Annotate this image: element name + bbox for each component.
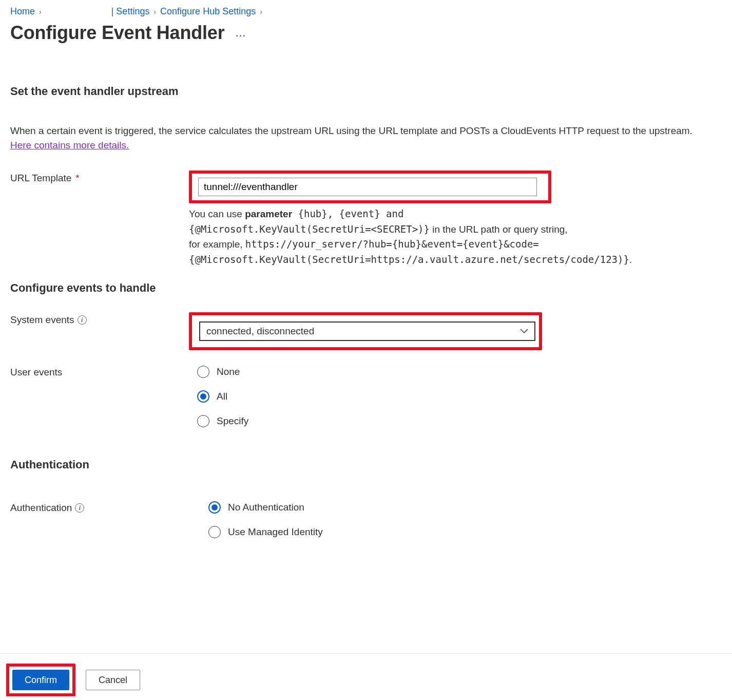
user-events-none[interactable]: None bbox=[197, 366, 722, 378]
help-text: . bbox=[629, 254, 632, 265]
radio-label: No Authentication bbox=[228, 502, 304, 513]
cancel-button[interactable]: Cancel bbox=[86, 670, 140, 690]
section-heading-auth: Authentication bbox=[10, 458, 722, 471]
radio-icon bbox=[197, 366, 209, 378]
user-events-all[interactable]: All bbox=[197, 390, 722, 403]
radio-icon bbox=[197, 415, 209, 427]
radio-label: Use Managed Identity bbox=[228, 526, 323, 538]
chevron-right-icon: › bbox=[39, 8, 42, 16]
confirm-button[interactable]: Confirm bbox=[12, 670, 69, 690]
chevron-down-icon bbox=[520, 327, 528, 336]
radio-label: All bbox=[217, 391, 227, 402]
info-icon[interactable]: i bbox=[78, 315, 87, 325]
breadcrumb-settings[interactable]: | Settings bbox=[111, 6, 150, 17]
breadcrumb: Home › | Settings › Configure Hub Settin… bbox=[10, 6, 722, 17]
url-template-label: URL Template bbox=[10, 173, 71, 184]
more-details-link[interactable]: Here contains more details. bbox=[10, 140, 129, 150]
info-icon[interactable]: i bbox=[75, 503, 84, 513]
url-template-input[interactable] bbox=[198, 178, 537, 196]
footer-divider bbox=[0, 653, 732, 654]
chevron-right-icon: › bbox=[260, 8, 262, 16]
radio-icon bbox=[208, 526, 221, 538]
breadcrumb-configure-hub[interactable]: Configure Hub Settings bbox=[160, 6, 256, 17]
section-heading-events: Configure events to handle bbox=[10, 281, 722, 295]
help-text-mono: {hub}, {event} and bbox=[292, 208, 403, 219]
highlight-confirm: Confirm bbox=[6, 664, 75, 696]
upstream-description: When a certain event is triggered, the s… bbox=[10, 124, 703, 152]
highlight-system-events: connected, disconnected bbox=[189, 312, 542, 350]
authentication-label: Authentication bbox=[10, 502, 72, 514]
url-template-help: You can use parameter {hub}, {event} and… bbox=[189, 206, 722, 267]
help-text-mono: {@Microsoft.KeyVault(SecretUri=<SECRET>)… bbox=[189, 223, 430, 235]
help-text-mono: {@Microsoft.KeyVault(SecretUri=https://a… bbox=[189, 254, 629, 265]
auth-radio-group: No Authentication Use Managed Identity bbox=[208, 501, 722, 538]
radio-icon bbox=[208, 501, 221, 514]
auth-managed-identity[interactable]: Use Managed Identity bbox=[208, 526, 722, 538]
help-text: in the URL path or query string, bbox=[430, 224, 568, 235]
chevron-right-icon: › bbox=[153, 8, 156, 16]
help-text: for example, bbox=[189, 239, 245, 250]
radio-label: None bbox=[217, 366, 240, 377]
page-title: Configure Event Handler bbox=[10, 22, 224, 44]
system-events-dropdown[interactable]: connected, disconnected bbox=[199, 321, 535, 341]
radio-label: Specify bbox=[217, 415, 248, 427]
required-indicator: * bbox=[75, 173, 79, 184]
upstream-desc-text: When a certain event is triggered, the s… bbox=[10, 125, 692, 136]
user-events-specify[interactable]: Specify bbox=[197, 415, 722, 427]
help-text-mono: https://your_server/?hub={hub}&event={ev… bbox=[245, 238, 539, 250]
radio-icon bbox=[197, 390, 209, 403]
help-text-bold: parameter bbox=[245, 209, 292, 219]
more-actions-icon[interactable]: … bbox=[235, 26, 247, 40]
breadcrumb-home[interactable]: Home bbox=[10, 6, 35, 17]
user-events-label: User events bbox=[10, 367, 62, 378]
system-events-value: connected, disconnected bbox=[206, 326, 314, 337]
section-heading-upstream: Set the event handler upstream bbox=[10, 85, 722, 98]
user-events-radio-group: None All Specify bbox=[197, 366, 722, 427]
help-text: You can use bbox=[189, 209, 245, 219]
auth-none[interactable]: No Authentication bbox=[208, 501, 722, 514]
system-events-label: System events bbox=[10, 314, 74, 326]
highlight-url-template bbox=[189, 171, 551, 203]
